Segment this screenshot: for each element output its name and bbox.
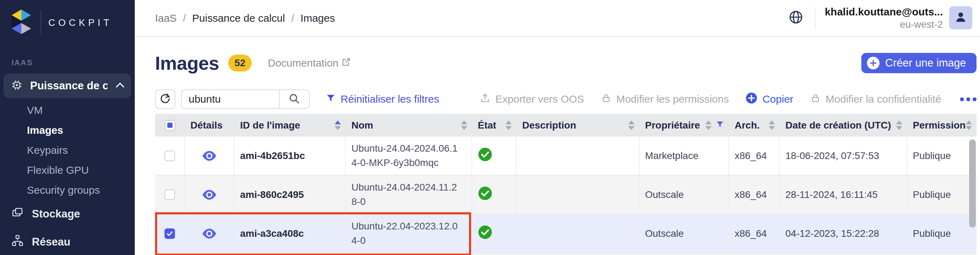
- search-button[interactable]: [279, 90, 309, 108]
- user-avatar-button[interactable]: [949, 6, 972, 29]
- row-details-cell: [185, 253, 234, 255]
- bulk-action-copier[interactable]: Copier: [746, 92, 793, 107]
- table-row[interactable]: ami-4b2651bcUbuntu-24.04-2024.06.14-0-MK…: [155, 137, 977, 175]
- reset-filters-link[interactable]: Réinitialiser les filtres: [326, 93, 439, 105]
- sidebar-item-security-groups[interactable]: Security groups: [0, 180, 135, 200]
- status-ok-icon: [478, 225, 492, 242]
- create-image-button[interactable]: Créer une image: [861, 53, 977, 73]
- cell-name: Ubuntu-20.04-2022.03.10-0: [346, 253, 472, 255]
- cell-description: [517, 175, 640, 214]
- row-select-cell: [155, 253, 185, 255]
- cell-state: [472, 214, 517, 253]
- refresh-button[interactable]: [155, 89, 175, 109]
- sort-arrows-icon[interactable]: [628, 121, 635, 130]
- sidebar-group-puissance-de-calcul[interactable]: Puissance de cal...: [3, 73, 131, 98]
- row-details-cell: [185, 137, 234, 175]
- row-details-cell: [185, 214, 234, 253]
- table-row[interactable]: ami-860c2495Ubuntu-24.04-2024.11.28-0Out…: [155, 175, 977, 214]
- column-header-tools: [335, 121, 341, 130]
- sort-arrows-icon[interactable]: [768, 121, 775, 130]
- search-icon: [288, 93, 300, 106]
- refresh-icon: [159, 93, 171, 106]
- view-details-button[interactable]: [202, 228, 216, 239]
- count-badge: 52: [228, 55, 251, 72]
- cell-arch: x86_64: [729, 214, 780, 253]
- topbar-right: khalid.kouttane@outs... eu-west-2: [788, 5, 972, 31]
- language-button[interactable]: [788, 10, 804, 26]
- sort-arrows-icon[interactable]: [966, 121, 972, 130]
- funnel-icon[interactable]: [716, 120, 724, 131]
- row-details-cell: [185, 175, 234, 214]
- column-label: Permission: [913, 120, 966, 131]
- sidebar-item-images[interactable]: Images: [0, 120, 135, 140]
- column-header-state[interactable]: État: [472, 114, 517, 137]
- view-details-button[interactable]: [202, 190, 216, 200]
- row-checkbox[interactable]: [164, 190, 175, 200]
- column-header-tools: [896, 121, 902, 130]
- breadcrumb-item[interactable]: Puissance de calcul: [192, 12, 285, 24]
- cell-image-id: ami-860c2495: [234, 175, 346, 214]
- sort-down-arrow: [628, 126, 635, 130]
- documentation-link[interactable]: Documentation: [268, 57, 351, 69]
- bulk-action-label: Modifier les permissions: [616, 93, 729, 105]
- cell-created: 18-06-2024, 07:57:53: [780, 137, 907, 175]
- column-header-details[interactable]: Détails: [185, 114, 234, 137]
- topbar-divider: [815, 7, 816, 29]
- vertical-scrollbar[interactable]: [969, 139, 976, 228]
- documentation-label: Documentation: [268, 57, 339, 69]
- cell-state: [472, 253, 517, 255]
- sort-down-arrow: [896, 126, 902, 130]
- column-header-id[interactable]: ID de l'image: [234, 114, 346, 137]
- view-details-button[interactable]: [202, 151, 216, 161]
- column-header-owner[interactable]: Propriétaire: [640, 114, 729, 137]
- row-checkbox[interactable]: [164, 228, 175, 239]
- search-input[interactable]: [181, 90, 279, 108]
- cell-name: Ubuntu-24.04-2024.06.14-0-MKP-6y3b0mqc: [346, 137, 472, 175]
- sidebar-item-stockage[interactable]: Stockage: [0, 200, 135, 228]
- column-header-name[interactable]: Nom: [346, 114, 472, 137]
- table-row[interactable]: ami-a3ca408cUbuntu-22.04-2023.12.04-0Out…: [155, 214, 977, 253]
- create-image-label: Créer une image: [885, 57, 966, 69]
- cell-arch: x86_64: [729, 253, 780, 255]
- row-checkbox[interactable]: [164, 151, 175, 161]
- column-header-created[interactable]: Date de création (UTC): [780, 114, 907, 137]
- sort-down-arrow: [705, 126, 711, 130]
- sort-arrows-icon[interactable]: [505, 121, 512, 130]
- sidebar-item-flexible-gpu[interactable]: Flexible GPU: [0, 160, 135, 180]
- sidebar-item-reseau[interactable]: Réseau: [0, 228, 135, 255]
- cockpit-logo-icon: [10, 9, 33, 37]
- breadcrumb-item[interactable]: Images: [301, 12, 335, 24]
- sidebar-group-label: Puissance de cal...: [30, 80, 107, 92]
- person-icon: [954, 10, 968, 26]
- globe-icon: [788, 10, 803, 26]
- bulk-action-modifier-la-confidentialité: Modifier la confidentialité: [810, 93, 941, 106]
- sort-arrows-icon[interactable]: [896, 121, 902, 130]
- select-all-checkbox[interactable]: [165, 120, 175, 131]
- row-select-cell: [155, 214, 185, 253]
- table-row[interactable]: ami-bb490c7eUbuntu-20.04-2022.03.10-0Out…: [155, 253, 977, 255]
- cell-owner: Outscale: [640, 214, 729, 253]
- breadcrumb-item[interactable]: IaaS: [155, 12, 177, 24]
- column-label: Date de création (UTC): [785, 120, 891, 131]
- eye-icon: [202, 151, 216, 161]
- cell-permission: Publique: [907, 175, 977, 214]
- status-ok-icon: [478, 186, 492, 203]
- more-actions-button[interactable]: [960, 97, 977, 101]
- column-header-permission[interactable]: Permission: [907, 114, 977, 137]
- lock-icon: [810, 93, 821, 106]
- funnel-icon: [326, 93, 336, 105]
- sort-arrows-icon[interactable]: [705, 121, 711, 130]
- brand: COCKPIT: [0, 0, 135, 37]
- table-header-row: DétailsID de l'imageNomÉtatDescriptionPr…: [155, 114, 977, 137]
- sidebar-item-keypairs[interactable]: Keypairs: [0, 140, 135, 160]
- sort-arrows-icon[interactable]: [461, 121, 467, 130]
- column-header-arch[interactable]: Arch.: [729, 114, 780, 137]
- column-label: Propriétaire: [645, 120, 700, 131]
- region-label: eu-west-2: [825, 18, 943, 31]
- select-all-checkbox-cell[interactable]: [155, 114, 185, 137]
- main-area: IaaS/Puissance de calcul/Images khalid.k…: [135, 0, 980, 255]
- sidebar-item-vm[interactable]: VM: [0, 100, 135, 120]
- column-header-description[interactable]: Description: [517, 114, 640, 137]
- cell-description: [517, 214, 640, 253]
- sort-arrows-icon[interactable]: [335, 121, 341, 130]
